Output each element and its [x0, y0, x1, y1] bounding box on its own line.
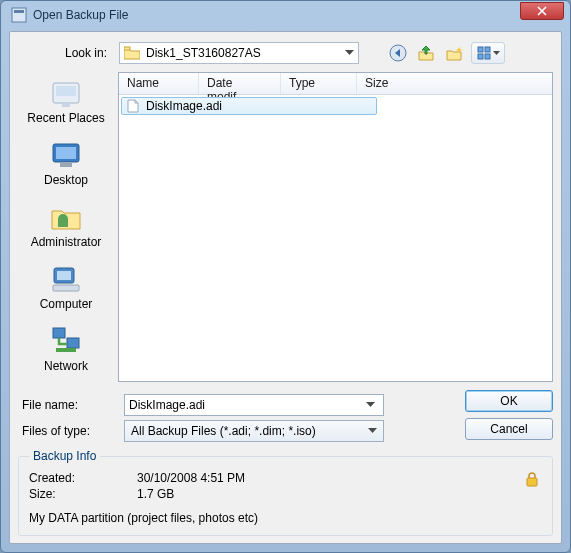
lookin-label: Look in: — [18, 46, 113, 60]
size-label: Size: — [29, 487, 129, 501]
place-label: Network — [44, 359, 88, 373]
svg-rect-15 — [57, 271, 71, 280]
client-area: Look in: Disk1_ST3160827AS — [9, 31, 562, 544]
svg-rect-18 — [67, 338, 79, 348]
place-recent[interactable]: Recent Places — [20, 72, 112, 130]
group-legend: Backup Info — [29, 449, 100, 463]
place-computer[interactable]: Computer — [20, 258, 112, 316]
svg-rect-13 — [60, 162, 72, 167]
col-size[interactable]: Size — [357, 73, 417, 94]
file-icon — [126, 99, 140, 113]
svg-rect-20 — [527, 478, 537, 486]
filetype-value: All Backup Files (*.adi; *.dim; *.iso) — [131, 424, 316, 438]
svg-rect-6 — [478, 54, 483, 59]
window-title: Open Backup File — [33, 8, 566, 22]
svg-rect-17 — [53, 328, 65, 338]
svg-rect-7 — [485, 54, 490, 59]
column-headers[interactable]: Name Date modif... Type Size — [119, 73, 552, 95]
file-name: DiskImage.adi — [146, 99, 222, 113]
lookin-value: Disk1_ST3160827AS — [146, 46, 261, 60]
up-one-level-button[interactable] — [415, 42, 437, 64]
place-network[interactable]: Network — [20, 320, 112, 378]
lookin-row: Look in: Disk1_ST3160827AS — [18, 42, 553, 64]
close-button[interactable] — [520, 2, 564, 20]
cancel-button[interactable]: Cancel — [465, 418, 553, 440]
filetype-select[interactable]: All Backup Files (*.adi; *.dim; *.iso) — [124, 420, 384, 442]
svg-rect-2 — [124, 47, 130, 50]
svg-rect-16 — [53, 285, 79, 291]
place-label: Administrator — [31, 235, 102, 249]
lookin-combo[interactable]: Disk1_ST3160827AS — [119, 42, 359, 64]
svg-rect-9 — [56, 86, 76, 96]
folder-icon — [124, 46, 140, 60]
svg-rect-12 — [56, 147, 76, 159]
filename-label: File name: — [18, 398, 118, 412]
chevron-down-icon[interactable] — [368, 428, 377, 434]
filename-field[interactable] — [129, 398, 358, 412]
col-name[interactable]: Name — [119, 73, 199, 94]
place-label: Desktop — [44, 173, 88, 187]
col-type[interactable]: Type — [281, 73, 357, 94]
backup-info-group: Backup Info Created: 30/10/2008 4:51 PM … — [18, 456, 553, 536]
lock-icon — [524, 471, 540, 487]
created-label: Created: — [29, 471, 129, 485]
col-date[interactable]: Date modif... — [199, 73, 281, 94]
filetype-label: Files of type: — [18, 424, 118, 438]
backup-description: My DATA partition (project files, photos… — [29, 511, 542, 525]
svg-rect-5 — [485, 47, 490, 52]
place-desktop[interactable]: Desktop — [20, 134, 112, 192]
size-value: 1.7 GB — [137, 487, 174, 501]
app-icon — [11, 7, 27, 23]
new-folder-button[interactable] — [443, 42, 465, 64]
titlebar[interactable]: Open Backup File — [1, 1, 570, 29]
places-bar: Recent Places Desktop Administrator Comp… — [18, 72, 114, 382]
back-button[interactable] — [387, 42, 409, 64]
chevron-down-icon[interactable] — [362, 402, 379, 408]
dialog-window: Open Backup File Look in: Disk1_ST316082… — [0, 0, 571, 553]
filename-input[interactable] — [124, 394, 384, 416]
ok-button[interactable]: OK — [465, 390, 553, 412]
svg-rect-4 — [478, 47, 483, 52]
view-menu-button[interactable] — [471, 42, 505, 64]
svg-rect-19 — [56, 348, 76, 352]
file-list[interactable]: Name Date modif... Type Size DiskImage.a… — [118, 72, 553, 382]
place-admin[interactable]: Administrator — [20, 196, 112, 254]
list-item[interactable]: DiskImage.adi — [121, 97, 377, 115]
created-value: 30/10/2008 4:51 PM — [137, 471, 245, 485]
place-label: Computer — [40, 297, 93, 311]
chevron-down-icon[interactable] — [345, 50, 354, 56]
svg-rect-1 — [14, 10, 24, 13]
svg-rect-10 — [62, 103, 70, 107]
place-label: Recent Places — [27, 111, 104, 125]
